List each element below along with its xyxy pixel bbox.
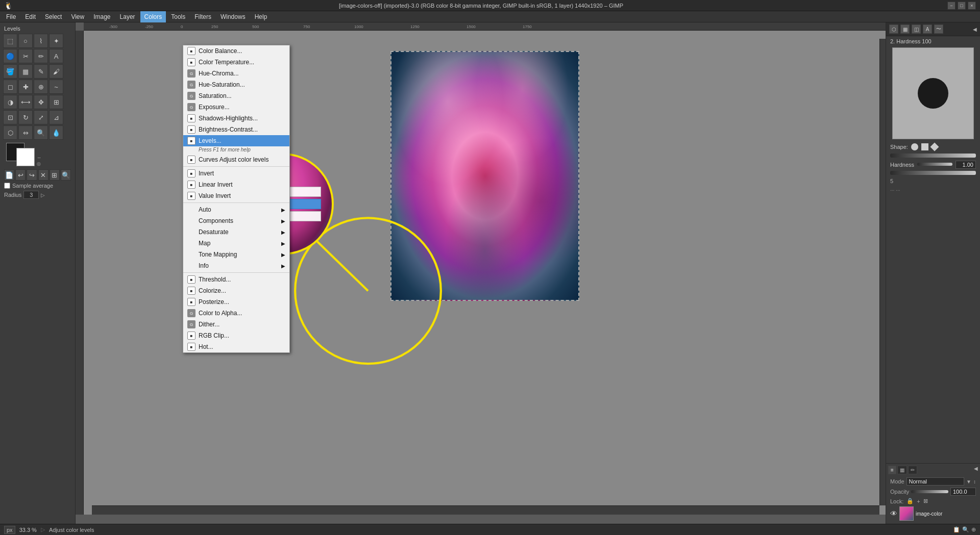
menu-item-tone-mapping[interactable]: Tone Mapping ▶ (183, 249, 289, 260)
menu-item-linear-invert[interactable]: ■ Linear Invert (183, 179, 289, 190)
shape-diamond-btn[interactable] (930, 143, 939, 151)
menu-layer[interactable]: Layer (116, 11, 139, 22)
menu-filters[interactable]: Filters (190, 11, 215, 22)
tool-btn-crop[interactable]: ⊡ (3, 110, 17, 124)
layer-name[interactable]: image-color (916, 511, 976, 517)
menu-item-dither[interactable]: G Dither... (183, 319, 289, 330)
shape-circle-btn[interactable] (911, 143, 918, 150)
menu-item-exposure[interactable]: G Exposure... (183, 101, 289, 113)
status-unit[interactable]: px (4, 526, 15, 534)
layers-tab[interactable]: ≡ (888, 466, 896, 474)
menu-item-value-invert[interactable]: ■ Value Invert (183, 190, 289, 201)
sample-average-checkbox[interactable] (4, 183, 10, 189)
close-button[interactable]: × (968, 2, 976, 10)
menu-item-brightness-contrast[interactable]: ■ Brightness-Contrast... (183, 124, 289, 135)
size-slider[interactable] (890, 154, 976, 158)
menu-help[interactable]: Help (251, 11, 272, 22)
menu-item-desaturate[interactable]: Desaturate ▶ (183, 226, 289, 238)
menu-item-hot[interactable]: ■ Hot... (183, 341, 289, 352)
menu-item-levels[interactable]: ■ Levels... (183, 135, 289, 146)
hardness-value[interactable]: 1.00 (955, 161, 976, 169)
menu-image[interactable]: Image (89, 11, 114, 22)
vertical-scrollbar[interactable] (879, 39, 886, 505)
menu-tools[interactable]: Tools (167, 11, 189, 22)
tool-btn-gradient[interactable]: ▦ (18, 64, 33, 79)
tool-btn-flip[interactable]: ⇔ (18, 125, 33, 140)
tool-btn-paths[interactable]: ✏ (34, 49, 48, 63)
tool-btn-select-fuzzy[interactable]: ✦ (49, 34, 63, 48)
menu-item-invert[interactable]: ■ Invert (183, 168, 289, 179)
aspect-slider[interactable] (890, 171, 976, 175)
tool-btn-rotate[interactable]: ↻ (18, 110, 33, 124)
tool-btn-perspective[interactable]: ⬡ (3, 125, 17, 140)
zoom-btn[interactable]: 🔍 (61, 169, 71, 181)
tool-btn-zoom[interactable]: 🔍 (34, 125, 48, 140)
tool-btn-scissors[interactable]: ✂ (18, 49, 33, 63)
delete-btn[interactable]: ✕ (38, 169, 48, 181)
zoom-in-btn[interactable]: ⊕ (971, 526, 976, 533)
menu-select[interactable]: Select (41, 11, 66, 22)
fonts-tab[interactable]: A (923, 24, 932, 34)
mode-dropdown-arrow[interactable]: ▼ (966, 479, 971, 485)
collapse-panel-btn[interactable]: ◀ (973, 27, 977, 32)
maximize-button[interactable]: □ (958, 2, 966, 10)
new-image-btn[interactable]: 📄 (4, 169, 14, 181)
image-info-btn[interactable]: 📋 (953, 526, 960, 533)
tool-btn-select-ellipse[interactable]: ○ (18, 34, 33, 48)
undo-btn[interactable]: ↩ (15, 169, 26, 181)
menu-item-threshold[interactable]: ■ Threshold... (183, 274, 289, 285)
menu-view[interactable]: View (67, 11, 88, 22)
layers-collapse-btn[interactable]: ◀ (974, 466, 978, 474)
paths-tab[interactable]: ✏ (908, 466, 917, 474)
menu-item-shadows-highlights[interactable]: ■ Shadows-Highlights... (183, 113, 289, 124)
menu-item-hue-saturation[interactable]: G Hue-Saturation... (183, 79, 289, 90)
tool-btn-dodge[interactable]: ◑ (3, 95, 17, 109)
layer-visibility-eye[interactable]: 👁 (890, 509, 897, 518)
redo-btn[interactable]: ↪ (27, 169, 37, 181)
tool-btn-colorpick[interactable]: 💧 (49, 125, 63, 140)
horizontal-scrollbar[interactable] (92, 505, 879, 515)
mode-extra-btn[interactable]: ↕ (973, 479, 976, 485)
grid-btn[interactable]: ⊞ (50, 169, 60, 181)
menu-item-color-balance[interactable]: ■ Color Balance... (183, 45, 289, 57)
tool-btn-move[interactable]: ✥ (34, 95, 48, 109)
channels-tab[interactable]: ▦ (897, 466, 907, 474)
radius-slider[interactable]: ▷ (41, 192, 45, 198)
tool-btn-select-color[interactable]: 🔵 (3, 49, 17, 63)
menu-item-color-temperature[interactable]: ■ Color Temperature... (183, 57, 289, 68)
gradients-tab[interactable]: ◫ (912, 24, 921, 34)
tool-btn-heal[interactable]: ✚ (18, 80, 33, 94)
tool-btn-text[interactable]: A (49, 49, 63, 63)
tool-btn-pencil[interactable]: ✎ (34, 64, 48, 79)
menu-item-rgb-clip[interactable]: ■ RGB Clip... (183, 330, 289, 341)
zoom-out-btn[interactable]: 🔍 (962, 526, 969, 533)
menu-item-hue-chroma[interactable]: G Hue-Chroma... (183, 68, 289, 79)
shape-square-btn[interactable] (921, 143, 928, 150)
tool-btn-smudge[interactable]: ~ (49, 80, 63, 94)
brushes-tab[interactable]: ⬡ (889, 24, 898, 34)
menu-item-curves[interactable]: ■ Curves Adjust color levels (183, 154, 289, 165)
lock-pixels-btn[interactable]: 🔒 (906, 498, 914, 504)
menu-colors[interactable]: Colors (140, 11, 166, 22)
menu-edit[interactable]: Edit (21, 11, 40, 22)
reset-colors-btn[interactable]: ◎ (37, 161, 41, 166)
tool-btn-select-rect[interactable]: ⬚ (3, 34, 17, 48)
background-color[interactable] (16, 148, 35, 166)
menu-item-colorize[interactable]: ■ Colorize... (183, 285, 289, 296)
opacity-value[interactable]: 100.0 (950, 488, 976, 496)
menu-item-posterize[interactable]: ■ Posterize... (183, 296, 289, 308)
lock-position-btn[interactable]: ⊠ (923, 498, 928, 504)
tool-btn-scale[interactable]: ⤢ (34, 110, 48, 124)
menu-item-saturation[interactable]: G Saturation... (183, 90, 289, 101)
hardness-slider[interactable] (917, 163, 952, 167)
tool-btn-clone[interactable]: ⊕ (34, 80, 48, 94)
lock-alpha-btn[interactable]: + (917, 498, 920, 504)
menu-windows[interactable]: Windows (216, 11, 250, 22)
tool-btn-bucket[interactable]: 🪣 (3, 64, 17, 79)
menu-item-color-to-alpha[interactable]: G Color to Alpha... (183, 308, 289, 319)
menu-item-map[interactable]: Map ▶ (183, 238, 289, 249)
radius-value[interactable]: 3 (23, 191, 39, 199)
menu-file[interactable]: File (2, 11, 20, 22)
patterns-tab[interactable]: ▦ (900, 24, 910, 34)
menu-item-components[interactable]: Components ▶ (183, 215, 289, 226)
